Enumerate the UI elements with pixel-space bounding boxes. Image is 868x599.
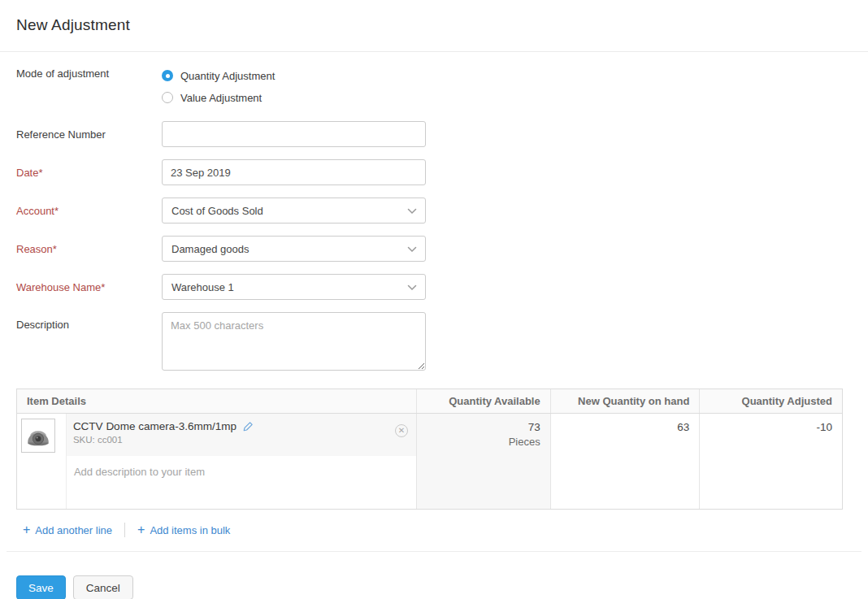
pencil-icon[interactable] — [242, 420, 254, 432]
item-description-input[interactable] — [67, 456, 395, 501]
value-adjustment-radio[interactable]: Value Adjustment — [162, 88, 426, 107]
mode-of-adjustment-row: Mode of adjustment Quantity Adjustment V… — [16, 64, 852, 109]
warehouse-select-value: Warehouse 1 — [171, 281, 234, 293]
column-header-quantity-available: Quantity Available — [416, 389, 550, 413]
value-adjustment-radio-label: Value Adjustment — [180, 92, 262, 104]
quantity-adjustment-radio[interactable]: Quantity Adjustment — [162, 66, 426, 85]
item-sku: SKU: cc001 — [73, 435, 406, 445]
date-row: Date* — [16, 159, 852, 185]
page-header: New Adjustment — [0, 0, 868, 52]
table-action-links: + Add another line + Add items in bulk — [23, 523, 868, 537]
new-adjustment-page: New Adjustment Mode of adjustment Quanti… — [0, 0, 868, 599]
save-button[interactable]: Save — [16, 575, 66, 599]
quantity-available-value: 73 — [427, 421, 540, 433]
column-header-quantity-adjusted: Quantity Adjusted — [699, 389, 842, 413]
reference-number-input[interactable] — [162, 121, 426, 147]
quantity-unit: Pieces — [427, 436, 540, 448]
quantity-adjusted-value: -10 — [710, 421, 832, 433]
account-label: Account* — [16, 197, 162, 224]
reason-select[interactable]: Damaged goods — [162, 236, 426, 262]
new-quantity-on-hand-value: 63 — [561, 421, 690, 433]
reason-row: Reason* Damaged goods — [16, 236, 852, 262]
account-select[interactable]: Cost of Goods Sold — [162, 197, 426, 224]
warehouse-select[interactable]: Warehouse 1 — [162, 274, 426, 300]
radio-selected-icon[interactable] — [162, 70, 173, 81]
item-thumbnail — [21, 419, 55, 453]
item-details-table: Item Details Quantity Available New Quan… — [16, 388, 843, 510]
description-textarea[interactable] — [162, 312, 426, 371]
plus-icon: + — [23, 523, 30, 536]
new-quantity-on-hand-cell[interactable]: 63 — [550, 414, 700, 509]
reference-number-row: Reference Number — [16, 121, 852, 147]
add-another-line-link[interactable]: + Add another line — [23, 523, 112, 536]
item-thumbnail-cell — [17, 414, 66, 509]
chevron-down-icon — [407, 281, 417, 293]
quantity-available-cell: 73 Pieces — [416, 414, 550, 509]
cctv-dome-camera-image — [23, 420, 54, 451]
column-header-item-details: Item Details — [17, 389, 416, 413]
add-items-in-bulk-link[interactable]: + Add items in bulk — [137, 523, 230, 536]
link-divider — [124, 523, 125, 537]
item-summary-block: CCTV Dome camera-3.6mm/1mp SKU: cc001 ✕ — [67, 414, 416, 456]
description-row: Description — [16, 312, 852, 373]
date-label: Date* — [16, 159, 162, 185]
cancel-button[interactable]: Cancel — [73, 575, 133, 599]
item-details-cell: CCTV Dome camera-3.6mm/1mp SKU: cc001 ✕ — [66, 414, 416, 509]
page-title: New Adjustment — [16, 16, 852, 34]
plus-icon: + — [137, 523, 145, 536]
reference-number-label: Reference Number — [16, 121, 162, 147]
chevron-down-icon — [407, 205, 417, 217]
reason-label: Reason* — [16, 236, 162, 262]
quantity-adjusted-cell[interactable]: -10 — [699, 414, 842, 509]
chevron-down-icon — [407, 243, 417, 255]
circle-x-icon[interactable]: ✕ — [395, 424, 408, 437]
footer-divider — [7, 551, 861, 552]
warehouse-name-label: Warehouse Name* — [16, 274, 162, 300]
description-label: Description — [16, 312, 162, 373]
warehouse-row: Warehouse Name* Warehouse 1 — [16, 274, 852, 300]
footer-actions: Save Cancel — [16, 575, 868, 599]
column-header-new-quantity-on-hand: New Quantity on hand — [550, 389, 700, 413]
mode-of-adjustment-label: Mode of adjustment — [16, 64, 162, 109]
add-items-in-bulk-label: Add items in bulk — [150, 524, 230, 536]
account-select-value: Cost of Goods Sold — [171, 205, 263, 217]
date-input[interactable] — [162, 159, 426, 185]
quantity-adjustment-radio-label: Quantity Adjustment — [180, 70, 275, 82]
adjustment-form: Mode of adjustment Quantity Adjustment V… — [0, 52, 868, 373]
radio-unselected-icon[interactable] — [162, 92, 173, 103]
mode-radio-group: Quantity Adjustment Value Adjustment — [162, 64, 426, 109]
reason-select-value: Damaged goods — [171, 243, 249, 255]
item-name: CCTV Dome camera-3.6mm/1mp — [73, 420, 237, 432]
table-header-row: Item Details Quantity Available New Quan… — [17, 389, 842, 414]
item-row: CCTV Dome camera-3.6mm/1mp SKU: cc001 ✕ … — [17, 414, 842, 509]
add-another-line-label: Add another line — [35, 524, 112, 536]
account-row: Account* Cost of Goods Sold — [16, 197, 852, 224]
